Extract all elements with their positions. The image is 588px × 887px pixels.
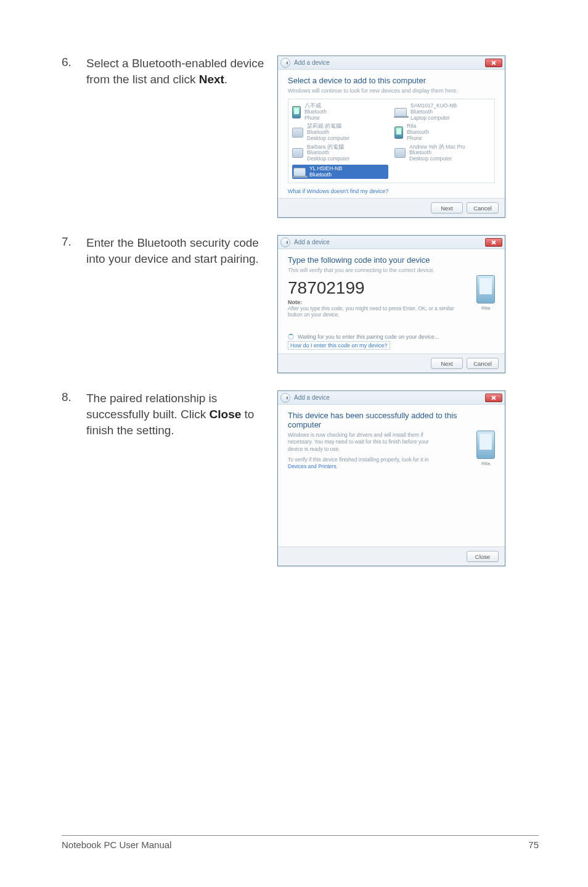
close-button[interactable]: Close xyxy=(467,551,499,562)
window-title: Add a device xyxy=(294,59,330,66)
device-sub2: Desktop computer xyxy=(307,136,349,142)
dialog-subtext: Windows will continue to look for new de… xyxy=(288,88,495,94)
device-sub2: Phone xyxy=(304,115,327,122)
dialog-heading: Select a device to add to this computer xyxy=(288,76,495,85)
waiting-status: Waiting for you to enter this pairing co… xyxy=(288,334,462,340)
phone-icon xyxy=(292,106,301,118)
help-link[interactable]: How do I enter this code on my device? xyxy=(288,341,390,350)
success-text-2-a: To verify if this device finished instal… xyxy=(288,456,429,463)
laptop-icon xyxy=(293,168,306,176)
step-7-number: 7. xyxy=(62,235,86,249)
step-6: 6. Select a Bluetooth-enabled device fro… xyxy=(62,56,539,218)
step-8-part-a: The paired relationship is successfully … xyxy=(86,392,217,421)
add-device-dialog-select: Add a device Select a device to add to t… xyxy=(277,56,505,218)
device-preview: Rita xyxy=(476,275,495,311)
laptop-icon xyxy=(394,108,407,117)
device-preview-label: Rita xyxy=(476,461,495,466)
back-icon[interactable] xyxy=(280,58,290,68)
pairing-code: 78702199 xyxy=(288,278,462,298)
device-sub2: Desktop computer xyxy=(409,156,465,162)
desktop-icon xyxy=(394,148,406,158)
step-7: 7. Enter the Bluetooth security code int… xyxy=(62,235,539,373)
dialog-titlebar: Add a device xyxy=(278,391,505,405)
device-sub2: Laptop computer xyxy=(410,115,457,122)
step-7-text: Enter the Bluetooth security code into y… xyxy=(86,235,277,266)
success-text-1: Windows is now checking for drivers and … xyxy=(288,432,436,452)
back-icon[interactable] xyxy=(280,237,290,247)
device-item[interactable]: 瑟莉妮 的電腦BluetoothDesktop computer xyxy=(292,123,388,141)
dialog-body: Select a device to add to this computer … xyxy=(278,70,505,198)
step-8: 8. The paired relationship is successful… xyxy=(62,390,539,566)
add-device-dialog-code: Add a device Type the following code int… xyxy=(277,235,505,373)
dialog-heading: Type the following code into your device xyxy=(288,255,462,265)
device-sub2: Phone xyxy=(407,136,429,142)
spinner-icon xyxy=(288,334,294,340)
device-sub1: Bluetooth xyxy=(309,172,342,178)
desktop-icon xyxy=(292,128,303,138)
footer-right: 75 xyxy=(528,840,539,850)
dialog-heading: This device has been successfully added … xyxy=(288,411,462,429)
step-6-part-a: Select a Bluetooth-enabled device from t… xyxy=(86,57,264,86)
window-title: Add a device xyxy=(294,239,330,245)
back-icon[interactable] xyxy=(280,393,290,403)
dialog-subtext: This will verify that you are connecting… xyxy=(288,267,462,273)
desktop-icon xyxy=(292,148,303,158)
dialog-titlebar: Add a device xyxy=(278,56,505,70)
dialog-body: This device has been successfully added … xyxy=(278,405,505,547)
next-button[interactable]: Next xyxy=(431,202,463,213)
button-bar: Next Cancel xyxy=(278,198,505,217)
device-item[interactable]: Barbara 的電腦BluetoothDesktop computer xyxy=(292,144,388,162)
device-item[interactable]: Andrew Yeh 的 Mac ProBluetoothDesktop com… xyxy=(394,144,491,162)
cancel-button[interactable]: Cancel xyxy=(467,358,499,369)
close-icon[interactable] xyxy=(485,238,502,247)
button-bar: Next Cancel xyxy=(278,353,505,373)
device-list: 八不戒BluetoothPhone SAM1017_KUO-NBBluetoot… xyxy=(288,99,495,183)
device-sub2: Desktop computer xyxy=(307,156,349,162)
success-text-2: To verify if this device finished instal… xyxy=(288,456,436,470)
page-footer: Notebook PC User Manual 75 xyxy=(62,835,539,850)
device-item-selected[interactable]: YL HSIEH-NBBluetooth xyxy=(292,165,388,179)
phone-icon xyxy=(476,275,495,303)
window-title: Add a device xyxy=(294,394,330,401)
next-button[interactable]: Next xyxy=(431,358,463,369)
waiting-text: Waiting for you to enter this pairing co… xyxy=(298,334,439,340)
note-body: After you type this code, you might need… xyxy=(288,305,462,318)
step-8-bold: Close xyxy=(210,408,242,421)
step-6-number: 6. xyxy=(62,56,86,69)
device-item[interactable]: 八不戒BluetoothPhone xyxy=(292,103,388,121)
step-6-part-b: . xyxy=(224,73,227,86)
close-icon[interactable] xyxy=(485,394,502,402)
device-preview: Rita xyxy=(476,431,495,466)
add-device-dialog-success: Add a device This device has been succes… xyxy=(277,390,505,566)
devices-printers-link[interactable]: Devices and Printers xyxy=(288,463,336,469)
step-8-number: 8. xyxy=(62,390,86,404)
dialog-titlebar: Add a device xyxy=(278,236,505,249)
footer-left: Notebook PC User Manual xyxy=(62,840,171,850)
cancel-button[interactable]: Cancel xyxy=(467,202,499,213)
dialog-body: Type the following code into your device… xyxy=(278,249,505,353)
device-item[interactable]: SAM1017_KUO-NBBluetoothLaptop computer xyxy=(394,103,491,121)
button-bar: Close xyxy=(278,547,505,566)
phone-icon xyxy=(394,126,403,139)
step-6-text: Select a Bluetooth-enabled device from t… xyxy=(86,56,277,87)
note-heading: Note: xyxy=(288,299,462,305)
device-preview-label: Rita xyxy=(476,305,495,311)
device-item[interactable]: RitaBluetoothPhone xyxy=(394,123,491,141)
step-6-bold: Next xyxy=(199,73,224,86)
phone-icon xyxy=(476,431,495,459)
help-link[interactable]: What if Windows doesn't find my device? xyxy=(288,188,495,194)
close-icon[interactable] xyxy=(485,59,502,67)
step-8-text: The paired relationship is successfully … xyxy=(86,390,277,438)
